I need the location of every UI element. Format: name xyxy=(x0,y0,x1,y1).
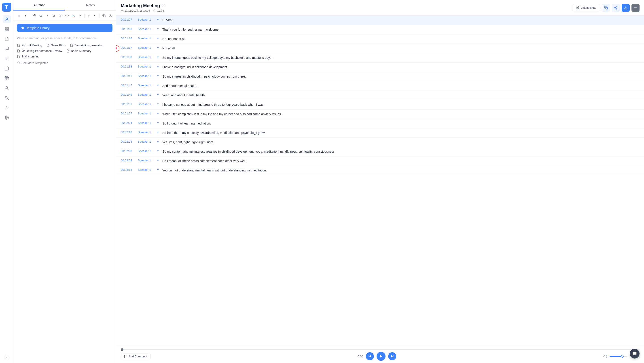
chevron-1[interactable]: ∨ xyxy=(157,27,160,31)
speaker-6[interactable]: Speaker 1 xyxy=(138,74,155,77)
volume-thumb[interactable] xyxy=(621,355,624,358)
timestamp-13[interactable]: 00:02:23 xyxy=(121,140,136,143)
chevron-9[interactable]: ∨ xyxy=(157,103,160,106)
chevron-10[interactable]: ∨ xyxy=(157,112,160,115)
timestamp-10[interactable]: 00:01:57 xyxy=(121,112,136,115)
chevron-3[interactable]: ∨ xyxy=(157,46,160,49)
speaker-10[interactable]: Speaker 1 xyxy=(138,112,155,115)
toolbar-strikethrough-btn[interactable]: S xyxy=(58,12,63,19)
chevron-12[interactable]: ∨ xyxy=(157,131,160,134)
timestamp-16[interactable]: 00:03:13 xyxy=(121,168,136,171)
speaker-9[interactable]: Speaker 1 xyxy=(138,102,155,106)
toolbar-redo-btn[interactable]: ↪ xyxy=(92,12,98,19)
sidebar-icon-gem[interactable] xyxy=(3,114,11,122)
chevron-15[interactable]: ∨ xyxy=(157,159,160,162)
play-btn[interactable] xyxy=(376,352,386,361)
header-download-btn[interactable] xyxy=(622,4,630,12)
chevron-7[interactable]: ∨ xyxy=(157,84,160,87)
tab-notes[interactable]: Notes xyxy=(65,0,116,10)
toolbar-hamburger-btn[interactable]: ≡ xyxy=(16,12,22,19)
timestamp-5[interactable]: 00:01:38 xyxy=(121,65,136,68)
volume-slider[interactable] xyxy=(610,356,628,357)
see-more-templates-btn[interactable]: See More Templates xyxy=(17,61,112,65)
toolbar-italic-btn[interactable]: I xyxy=(44,12,50,19)
timestamp-7[interactable]: 00:01:47 xyxy=(121,84,136,87)
toolbar-font-color-down-btn[interactable]: ▾ xyxy=(77,12,83,19)
transcript-content[interactable]: 00:01:07 Speaker 1 ∨ Hi Viraj. 00:01:08 … xyxy=(116,16,644,347)
toolbar-menu-down-btn[interactable]: ▾ xyxy=(22,12,28,19)
timestamp-11[interactable]: 00:02:04 xyxy=(121,121,136,124)
sidebar-icon-grid[interactable] xyxy=(3,25,11,33)
sidebar-icon-users[interactable] xyxy=(3,15,11,23)
speaker-15[interactable]: Speaker 1 xyxy=(138,159,155,162)
app-logo[interactable]: T xyxy=(2,3,11,12)
timestamp-15[interactable]: 00:03:08 xyxy=(121,159,136,162)
progress-track[interactable] xyxy=(121,349,640,350)
template-sales-pitch[interactable]: Sales Pitch xyxy=(46,43,66,47)
sidebar-icon-calendar[interactable] xyxy=(3,64,11,72)
timestamp-4[interactable]: 00:01:30 xyxy=(121,55,136,59)
timestamp-12[interactable]: 00:02:10 xyxy=(121,131,136,134)
speaker-7[interactable]: Speaker 1 xyxy=(138,84,155,87)
chevron-13[interactable]: ∨ xyxy=(157,140,160,143)
speaker-12[interactable]: Speaker 1 xyxy=(138,131,155,134)
speaker-1[interactable]: Speaker 1 xyxy=(138,27,155,31)
toolbar-code-btn[interactable]: </> xyxy=(64,12,70,19)
template-library-btn[interactable]: Template Library xyxy=(17,24,112,32)
speaker-16[interactable]: Speaker 1 xyxy=(138,168,155,171)
timestamp-0[interactable]: 00:01:07 xyxy=(121,18,136,21)
add-comment-btn[interactable]: Add Comment xyxy=(121,353,150,360)
chevron-11[interactable]: ∨ xyxy=(157,121,160,124)
chevron-14[interactable]: ∨ xyxy=(157,150,160,153)
volume-icon[interactable] xyxy=(603,354,607,358)
sidebar-icon-magic[interactable] xyxy=(3,104,11,112)
toolbar-download-btn[interactable] xyxy=(108,12,113,19)
speaker-2[interactable]: Speaker 1 xyxy=(138,37,155,40)
timestamp-14[interactable]: 00:02:58 xyxy=(121,149,136,153)
template-brainstorming[interactable]: Brainstorming xyxy=(17,55,39,58)
sidebar-icon-pen[interactable] xyxy=(3,54,11,63)
chevron-16[interactable]: ∨ xyxy=(157,168,160,171)
timestamp-9[interactable]: 00:01:51 xyxy=(121,102,136,106)
chevron-8[interactable]: ∨ xyxy=(157,93,160,96)
timestamp-1[interactable]: 00:01:08 xyxy=(121,27,136,31)
toolbar-link-btn[interactable] xyxy=(31,12,37,19)
speaker-0[interactable]: Speaker 1 xyxy=(138,18,155,21)
template-kick-off[interactable]: Kick off Meeting xyxy=(17,43,42,47)
skip-forward-btn[interactable] xyxy=(388,352,396,360)
sidebar-expand-btn[interactable]: » xyxy=(4,355,10,360)
chevron-0[interactable]: ∨ xyxy=(157,18,160,21)
speaker-3[interactable]: Speaker 1 xyxy=(138,46,155,49)
template-marketing[interactable]: Marketing Performance Review xyxy=(17,49,62,52)
sidebar-icon-document[interactable] xyxy=(3,35,11,43)
template-description[interactable]: Description generator xyxy=(70,43,102,47)
chevron-5[interactable]: ∨ xyxy=(157,65,160,68)
sidebar-icon-chat[interactable] xyxy=(3,45,11,53)
speaker-11[interactable]: Speaker 1 xyxy=(138,121,155,124)
toolbar-underline-btn[interactable]: U xyxy=(51,12,56,19)
sidebar-icon-gift[interactable] xyxy=(3,74,11,82)
sidebar-icon-person[interactable] xyxy=(3,84,11,92)
speaker-14[interactable]: Speaker 1 xyxy=(138,149,155,153)
toolbar-font-color-btn[interactable]: A xyxy=(71,12,76,19)
skip-back-btn[interactable] xyxy=(366,352,374,360)
speaker-5[interactable]: Speaker 1 xyxy=(138,65,155,68)
progress-thumb[interactable] xyxy=(121,348,124,351)
toolbar-undo-btn[interactable]: ↩ xyxy=(86,12,92,19)
speaker-4[interactable]: Speaker 1 xyxy=(138,55,155,59)
header-copy-btn[interactable] xyxy=(602,4,610,12)
edit-as-note-btn[interactable]: Edit as Note xyxy=(572,4,600,11)
timestamp-2[interactable]: 00:01:16 xyxy=(121,37,136,40)
chat-bubble-btn[interactable] xyxy=(630,349,640,359)
title-edit-icon[interactable] xyxy=(162,3,166,8)
header-share-btn[interactable] xyxy=(612,4,620,12)
header-more-btn[interactable] xyxy=(632,4,640,12)
timestamp-3[interactable]: 00:01:17 xyxy=(121,46,136,49)
toolbar-bold-btn[interactable]: B xyxy=(38,12,44,19)
chevron-2[interactable]: ∨ xyxy=(157,37,160,40)
timestamp-6[interactable]: 00:01:41 xyxy=(121,74,136,77)
template-basic-summary[interactable]: Basic Summary xyxy=(66,49,91,52)
chevron-4[interactable]: ∨ xyxy=(157,56,160,59)
progress-bar-container[interactable] xyxy=(121,349,640,350)
sidebar-icon-translate[interactable] xyxy=(3,94,11,102)
